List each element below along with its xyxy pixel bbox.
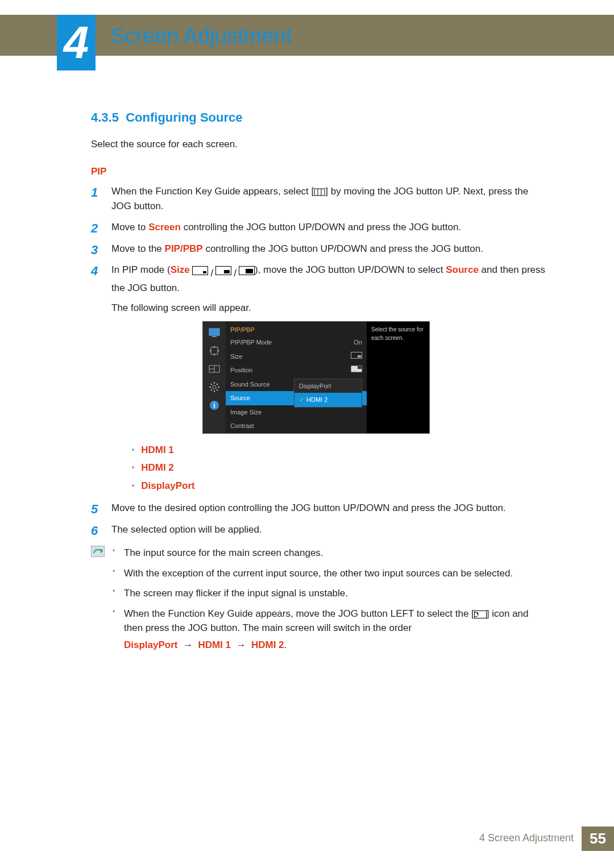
osd-nav-info-icon: i [208,399,221,412]
osd-row-size: Size [226,350,367,364]
svg-rect-11 [211,347,218,354]
seq-dp: DisplayPort [124,639,177,650]
osd-dd-hdmi2-label: HDMI 2 [306,396,327,403]
pip-size-medium-icon [215,266,231,275]
step-4a: In PIP mode ( [111,264,171,275]
svg-rect-3 [193,267,208,275]
osd-row-contrast: Contrast [226,419,367,433]
osd-nav-picture-icon [208,326,221,339]
note-4a: When the Function Key Guide appears, mov… [124,608,474,619]
step-3: 3 Move to the PIP/PBP controlling the JO… [91,242,546,256]
osd-position-value-icon [351,366,362,375]
svg-rect-9 [209,329,219,335]
osd-mode-label: PIP/PBP Mode [230,338,272,347]
step-1: 1 When the Function Key Guide appears, s… [91,184,546,213]
section-number: 4.3.5 [91,110,119,124]
pip-size-large-icon [239,266,255,275]
step-2: 2 Move to Screen controlling the JOG but… [91,220,546,235]
osd-main: PIP/PBP PIP/PBP ModeOn Size Position Sou… [226,322,367,433]
pip-label: PIP [91,164,546,179]
step-2-keyword: Screen [148,222,181,232]
osd-size-label: Size [230,352,242,362]
note-block: The input source for the main screen cha… [91,546,546,658]
osd-imgsize-label: Image Size [230,408,262,417]
page-footer: 4 Screen Adjustment 55 [0,827,614,851]
osd-screenshot: i PIP/PBP PIP/PBP ModeOn Size Position S… [202,321,430,434]
source-displayport: DisplayPort [132,479,546,493]
osd-title: PIP/PBP [226,322,367,336]
osd-dropdown: DisplayPort ✓HDMI 2 [294,379,362,408]
note-sequence: DisplayPort → HDMI 1 → HDMI 2. [124,638,546,653]
pip-size-small-icon [192,266,208,275]
step-2b: controlling the JOG button UP/DOWN and p… [181,222,461,232]
menu-grid-icon [314,186,325,197]
step-4b: ), move the JOG button UP/DOWN to select [255,264,446,275]
osd-hint: Select the source for each screen. [367,322,429,433]
section-intro: Select the source for each screen. [91,137,546,152]
svg-rect-8 [246,269,253,273]
osd-row-mode: PIP/PBP ModeOn [226,335,367,350]
note-list: The input source for the main screen cha… [113,546,546,658]
osd-dd-displayport: DisplayPort [294,379,362,393]
svg-rect-0 [314,189,325,196]
step-4-size: Size [171,264,190,275]
svg-rect-4 [203,271,206,273]
svg-rect-10 [212,336,217,337]
svg-rect-29 [358,366,362,369]
svg-line-23 [217,384,218,385]
svg-line-20 [211,384,212,385]
step-4-source: Source [446,264,479,275]
source-switch-icon [474,608,487,619]
step-3a: Move to the [111,243,165,254]
step-6: 6The selected option will be applied. [91,522,546,537]
svg-line-22 [211,389,212,391]
osd-position-label: Position [230,366,252,375]
section-heading: 4.3.5 Configuring Source [91,108,546,127]
osd-mode-value: On [354,338,362,347]
osd-row-position: Position [226,363,367,377]
svg-point-15 [213,385,216,389]
check-icon: ✓ [299,396,304,403]
osd-contrast-label: Contrast [230,421,254,431]
osd-source-label: Source [230,393,250,403]
size-icons: // [192,266,254,281]
step-5: 5Move to the desired option controlling … [91,501,546,516]
osd-nav-settings-icon [208,381,221,393]
footer-label: 4 Screen Adjustment [471,827,582,851]
osd-size-value-icon [351,352,362,362]
note-icon [91,546,105,557]
svg-rect-30 [474,610,486,618]
osd-nav-screen-icon [208,344,221,357]
section-title: Configuring Source [126,110,242,124]
osd-nav: i [203,322,226,433]
note-2: With the exception of the current input … [113,566,546,581]
osd-nav-pip-icon [208,363,221,375]
source-hdmi2: HDMI 2 [132,460,546,475]
chapter-badge: 4 [57,15,96,70]
step-2a: Move to [111,222,148,232]
chapter-title: Screen Adjustment [110,24,292,48]
page-content: 4.3.5 Configuring Source Select the sour… [91,108,546,658]
osd-sound-label: Sound Source [230,380,270,389]
step-6-text: The selected option will be applied. [111,524,262,535]
step-1a: When the Function Key Guide appears, sel… [111,186,314,197]
source-option-list: HDMI 1 HDMI 2 DisplayPort [111,443,546,493]
step-4: 4 In PIP mode (Size // ), move the JOG b… [91,263,546,493]
svg-rect-27 [358,355,361,358]
note-4: When the Function Key Guide appears, mov… [113,607,546,653]
note-1: The input source for the main screen cha… [113,546,546,560]
chapter-number: 4 [64,16,89,69]
note-3: The screen may flicker if the input sign… [113,586,546,601]
svg-line-21 [217,389,218,391]
step-list: 1 When the Function Key Guide appears, s… [91,184,546,537]
svg-rect-6 [224,270,230,273]
source-hdmi1: HDMI 1 [132,443,546,458]
step-3-keyword: PIP/PBP [165,243,203,254]
step-5-text: Move to the desired option controlling t… [111,502,506,513]
seq-hdmi2: HDMI 2 [251,639,284,650]
seq-hdmi1: HDMI 1 [198,639,231,650]
osd-dd-hdmi2: ✓HDMI 2 [294,393,362,407]
step-4d: The following screen will appear. [111,301,546,315]
step-3b: controlling the JOG button UP/DOWN and p… [203,243,483,254]
footer-page-number: 55 [582,827,614,851]
